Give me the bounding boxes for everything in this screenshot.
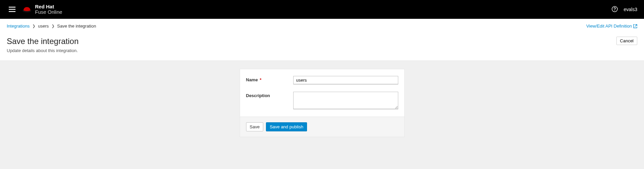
name-label: Name * xyxy=(246,76,293,82)
description-textarea[interactable] xyxy=(293,92,398,109)
svg-point-5 xyxy=(614,10,615,11)
required-mark: * xyxy=(260,77,262,82)
page-title: Save the integration xyxy=(7,37,78,46)
help-icon xyxy=(612,6,618,12)
svg-rect-0 xyxy=(9,7,15,8)
cancel-button[interactable]: Cancel xyxy=(616,37,637,45)
description-label: Description xyxy=(246,92,293,98)
save-button[interactable]: Save xyxy=(246,122,264,131)
brand-logo[interactable]: Red Hat Fuse Online xyxy=(22,4,62,15)
breadcrumb-users: users xyxy=(38,24,49,29)
svg-rect-2 xyxy=(9,11,15,12)
breadcrumb-integrations[interactable]: Integrations xyxy=(7,24,30,29)
breadcrumb-current: Save the integration xyxy=(57,24,96,29)
external-link-icon xyxy=(633,24,637,28)
integration-form-card: Name * Description Save Save and publish xyxy=(240,69,405,137)
form-container: Name * Description Save Save and publish xyxy=(0,61,644,145)
page-header-section: Integrations ❯ users ❯ Save the integrat… xyxy=(0,19,644,61)
brand-text: Red Hat Fuse Online xyxy=(35,4,62,15)
help-button[interactable] xyxy=(612,6,618,13)
brand-line1: Red Hat xyxy=(35,4,62,10)
hamburger-icon xyxy=(9,7,15,12)
name-label-text: Name xyxy=(246,77,258,82)
save-and-publish-button[interactable]: Save and publish xyxy=(266,122,307,131)
name-input[interactable] xyxy=(293,76,398,84)
chevron-right-icon: ❯ xyxy=(52,24,55,28)
api-link-text: View/Edit API Definition xyxy=(586,24,632,29)
form-actions: Save Save and publish xyxy=(240,117,404,137)
username-label[interactable]: evals3 xyxy=(624,7,637,12)
svg-rect-1 xyxy=(9,9,15,10)
brand-line2: Fuse Online xyxy=(35,9,62,15)
breadcrumb: Integrations ❯ users ❯ Save the integrat… xyxy=(7,24,96,29)
page-subtitle: Update details about this integration. xyxy=(7,48,78,53)
menu-toggle-button[interactable] xyxy=(7,5,18,14)
app-header: Red Hat Fuse Online evals3 xyxy=(0,0,644,19)
chevron-right-icon: ❯ xyxy=(32,24,35,28)
redhat-icon xyxy=(22,6,32,13)
view-edit-api-link[interactable]: View/Edit API Definition xyxy=(586,24,637,29)
